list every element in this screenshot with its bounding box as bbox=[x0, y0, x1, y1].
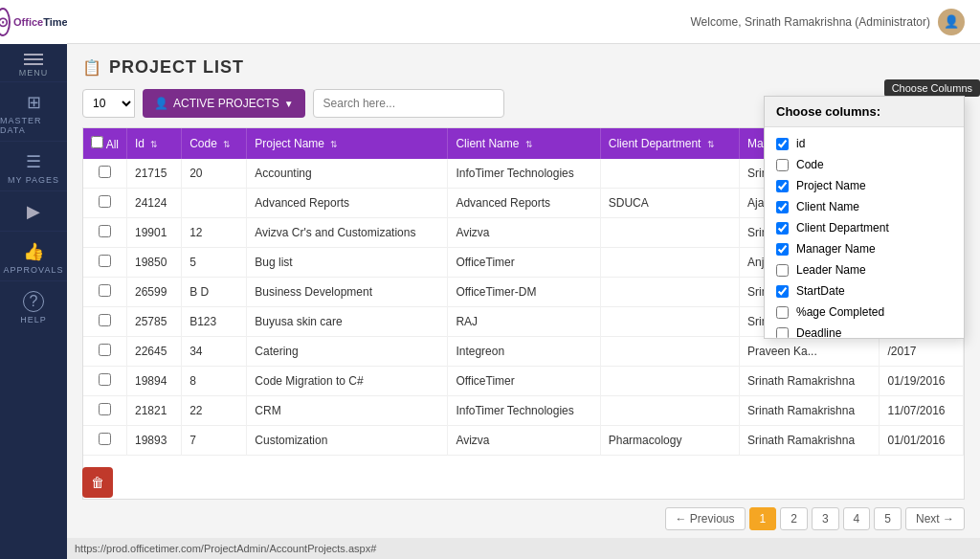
next-button[interactable]: Next → bbox=[905, 507, 965, 530]
column-toggle-item[interactable]: id bbox=[765, 133, 964, 154]
cell-client-dept bbox=[600, 337, 739, 367]
status-url: https://prod.officetimer.com/ProjectAdmi… bbox=[75, 543, 376, 554]
page-title: PROJECT LIST bbox=[109, 57, 244, 78]
column-checkbox[interactable] bbox=[776, 285, 789, 298]
row-checkbox-cell[interactable] bbox=[83, 159, 127, 189]
page-button-5[interactable]: 5 bbox=[874, 507, 902, 530]
page-button-2[interactable]: 2 bbox=[780, 507, 808, 530]
col-id: Id ⇅ bbox=[127, 128, 182, 159]
page-button-3[interactable]: 3 bbox=[812, 507, 839, 530]
column-checkbox[interactable] bbox=[776, 180, 789, 192]
row-checkbox[interactable] bbox=[99, 195, 111, 208]
cell-code: 20 bbox=[182, 159, 247, 189]
column-toggle-item[interactable]: Code bbox=[765, 154, 964, 175]
active-projects-button[interactable]: 👤 ACTIVE PROJECTS ▼ bbox=[143, 89, 305, 118]
row-checkbox[interactable] bbox=[99, 225, 111, 237]
cell-id: 19901 bbox=[127, 218, 182, 248]
column-checkbox[interactable] bbox=[776, 222, 789, 235]
per-page-select-wrapper[interactable]: 10 25 50 100 bbox=[82, 89, 135, 118]
row-checkbox-cell[interactable] bbox=[83, 426, 127, 456]
table-row: 19893 7 Customization Avizva Pharmacolog… bbox=[83, 426, 964, 456]
sidebar-item-help[interactable]: ? HELP bbox=[0, 280, 67, 330]
column-label: Leader Name bbox=[796, 263, 866, 277]
project-list-icon: 📋 bbox=[82, 58, 101, 77]
cell-client-dept: SDUCA bbox=[600, 189, 739, 218]
previous-button[interactable]: ← Previous bbox=[665, 507, 746, 530]
cell-code bbox=[182, 189, 247, 218]
row-checkbox[interactable] bbox=[99, 284, 111, 297]
row-checkbox[interactable] bbox=[99, 166, 111, 178]
column-label: %age Completed bbox=[796, 305, 884, 319]
column-checkbox[interactable] bbox=[776, 201, 789, 213]
chevron-down-icon: ▼ bbox=[284, 99, 294, 109]
cell-id: 24124 bbox=[127, 189, 182, 218]
cell-id: 25785 bbox=[127, 307, 182, 337]
row-checkbox-cell[interactable] bbox=[83, 248, 127, 278]
cell-client-name: InfoTimer Technologies bbox=[448, 159, 600, 189]
my-pages-icon: ☰ bbox=[26, 151, 41, 172]
sort-icon-project-name: ⇅ bbox=[330, 140, 338, 149]
row-checkbox-cell[interactable] bbox=[83, 367, 127, 396]
sidebar-item-my-pages[interactable]: ☰ MY PAGES bbox=[0, 141, 67, 190]
column-checkbox[interactable] bbox=[776, 243, 789, 256]
col-code: Code ⇅ bbox=[182, 128, 247, 159]
column-checkbox[interactable] bbox=[776, 138, 789, 150]
sort-icon-id: ⇅ bbox=[150, 140, 158, 149]
row-checkbox[interactable] bbox=[99, 373, 111, 386]
col-all: All bbox=[83, 128, 127, 159]
per-page-select[interactable]: 10 25 50 100 bbox=[82, 89, 135, 118]
sidebar-item-arrow[interactable]: ▶ bbox=[0, 190, 67, 231]
row-checkbox-cell[interactable] bbox=[83, 278, 127, 307]
content-area: 📋 PROJECT LIST 10 25 50 100 👤 ACTIVE PRO… bbox=[67, 44, 980, 538]
cell-id: 21821 bbox=[127, 396, 182, 426]
row-checkbox-cell[interactable] bbox=[83, 307, 127, 337]
row-checkbox[interactable] bbox=[99, 403, 111, 415]
column-toggle-item[interactable]: Client Department bbox=[765, 217, 964, 238]
cell-project-name: CRM bbox=[247, 396, 448, 426]
select-all-checkbox[interactable] bbox=[91, 136, 103, 148]
cell-project-name: Business Development bbox=[247, 278, 448, 307]
row-checkbox[interactable] bbox=[99, 344, 111, 356]
pagination-row: ← Previous 1 2 3 4 5 Next → bbox=[82, 500, 965, 538]
page-button-4[interactable]: 4 bbox=[843, 507, 871, 530]
search-input[interactable] bbox=[313, 89, 504, 118]
column-checkbox[interactable] bbox=[776, 306, 789, 319]
column-toggle-item[interactable]: StartDate bbox=[765, 280, 964, 302]
column-checkbox[interactable] bbox=[776, 327, 789, 339]
cell-client-name: OfficeTimer-DM bbox=[448, 278, 600, 307]
page-button-1[interactable]: 1 bbox=[749, 507, 777, 530]
column-label: Client Name bbox=[796, 200, 859, 213]
cell-client-name: OfficeTimer bbox=[448, 367, 600, 396]
cell-id: 21715 bbox=[127, 159, 182, 189]
master-data-icon: ⊞ bbox=[27, 92, 41, 113]
active-projects-label: ACTIVE PROJECTS bbox=[173, 97, 279, 110]
column-toggle-item[interactable]: Manager Name bbox=[765, 238, 964, 259]
row-checkbox-cell[interactable] bbox=[83, 337, 127, 367]
row-checkbox[interactable] bbox=[99, 433, 111, 445]
column-label: Deadline bbox=[796, 326, 841, 338]
sidebar-item-master-data[interactable]: ⊞ MASTER DATA bbox=[0, 81, 67, 141]
arrow-right-icon: ▶ bbox=[27, 201, 40, 222]
cell-manager: Srinath Ramakrishna bbox=[740, 396, 880, 426]
help-icon: ? bbox=[23, 291, 44, 312]
logo-icon: ⊙ bbox=[0, 8, 11, 36]
cell-code: 34 bbox=[182, 337, 247, 367]
sidebar-item-approvals[interactable]: 👍 APPROVALS bbox=[0, 231, 67, 280]
column-toggle-item[interactable]: Client Name bbox=[765, 196, 964, 217]
row-checkbox[interactable] bbox=[99, 314, 111, 326]
column-toggle-item[interactable]: %age Completed bbox=[765, 302, 964, 323]
column-toggle-item[interactable]: Leader Name bbox=[765, 259, 964, 280]
column-toggle-item[interactable]: Project Name bbox=[765, 175, 964, 196]
sidebar-menu-button[interactable]: MENU bbox=[0, 44, 67, 81]
column-toggle-item[interactable]: Deadline bbox=[765, 323, 964, 338]
delete-button[interactable]: 🗑 bbox=[82, 467, 113, 498]
column-checkbox[interactable] bbox=[776, 159, 789, 171]
row-checkbox-cell[interactable] bbox=[83, 189, 127, 218]
sort-icon-client-dept: ⇅ bbox=[707, 140, 715, 149]
cell-id: 19894 bbox=[127, 367, 182, 396]
cell-date: 01/19/2016 bbox=[880, 367, 964, 396]
column-checkbox[interactable] bbox=[776, 264, 789, 277]
row-checkbox-cell[interactable] bbox=[83, 396, 127, 426]
row-checkbox[interactable] bbox=[99, 255, 111, 267]
row-checkbox-cell[interactable] bbox=[83, 218, 127, 248]
